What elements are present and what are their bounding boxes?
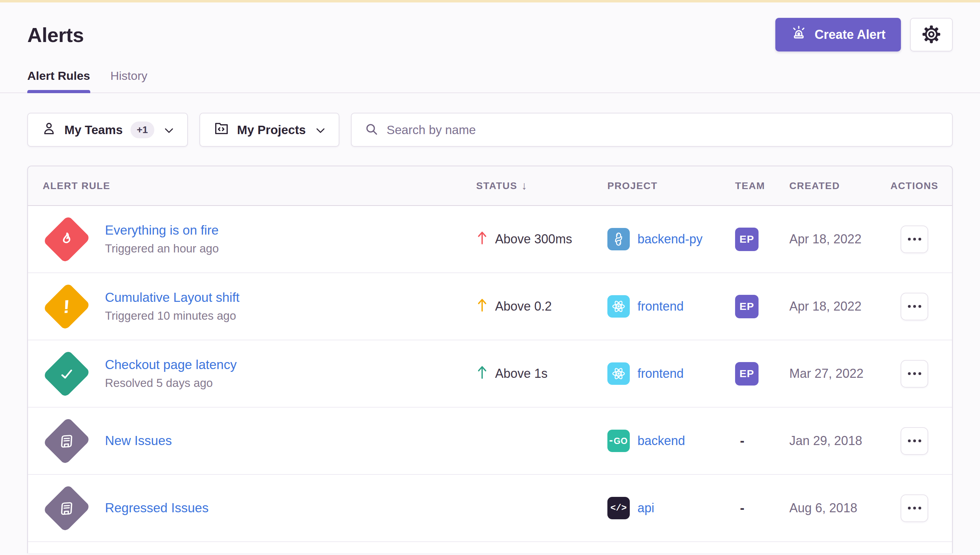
react-icon — [608, 295, 630, 318]
project-link[interactable]: frontend — [638, 299, 684, 314]
table-row: New Issues GO backend - Jan 29, 2018 — [28, 407, 952, 475]
warning-icon: ! — [40, 280, 93, 333]
project-link[interactable]: api — [638, 501, 654, 515]
tab-alert-rules[interactable]: Alert Rules — [27, 69, 90, 93]
page-title: Alerts — [27, 23, 84, 47]
created-date: Apr 18, 2022 — [775, 299, 877, 314]
alert-rules-table: ALERT RULE STATUS ↓ PROJECT TEAM CREATED… — [27, 166, 953, 553]
trend-up-icon — [476, 364, 488, 383]
go-icon: GO — [608, 430, 630, 452]
alert-rule-link[interactable]: Checkout page latency — [105, 358, 237, 372]
status-text: Above 300ms — [495, 232, 572, 247]
search-input[interactable] — [387, 123, 939, 137]
team-avatar[interactable]: EP — [735, 228, 759, 251]
project-link[interactable]: frontend — [638, 366, 684, 381]
gear-icon — [921, 24, 942, 45]
issues-icon — [40, 414, 93, 467]
status-text: Above 1s — [495, 366, 548, 381]
react-icon — [608, 363, 630, 385]
my-projects-filter[interactable]: My Projects — [200, 113, 339, 147]
fire-critical-icon — [40, 213, 93, 266]
resolved-check-icon — [40, 347, 93, 400]
top-accent-strip — [0, 0, 980, 2]
team-none: - — [735, 433, 745, 449]
col-team: TEAM — [721, 180, 775, 191]
my-teams-filter[interactable]: My Teams +1 — [27, 113, 188, 147]
create-alert-label: Create Alert — [815, 27, 886, 42]
alert-rule-link[interactable]: Regressed Issues — [105, 501, 208, 515]
row-actions-button[interactable] — [900, 494, 928, 522]
status-text: Above 0.2 — [495, 299, 552, 314]
filter-bar: My Teams +1 My Projects — [27, 113, 953, 147]
col-status-sort[interactable]: STATUS ↓ — [462, 179, 593, 192]
alert-rule-link[interactable]: Cumulative Layout shift — [105, 290, 240, 305]
chevron-down-icon — [164, 123, 174, 137]
page-header: Alerts Create Alert — [27, 18, 953, 51]
project-link[interactable]: backend-py — [638, 232, 703, 247]
team-none: - — [735, 501, 745, 516]
col-created: CREATED — [775, 180, 877, 191]
row-actions-button[interactable] — [900, 360, 928, 388]
issues-icon — [40, 481, 93, 535]
project-link[interactable]: backend — [638, 433, 685, 448]
row-actions-button[interactable] — [900, 226, 928, 253]
teams-extra-badge: +1 — [131, 122, 154, 138]
settings-button[interactable] — [910, 18, 953, 51]
col-alert-rule: ALERT RULE — [28, 180, 462, 191]
row-actions-button[interactable] — [900, 293, 928, 321]
row-actions-button[interactable] — [900, 427, 928, 455]
table-row-cutoff — [28, 542, 952, 553]
chevron-down-icon — [316, 123, 325, 137]
tab-history[interactable]: History — [110, 69, 148, 93]
siren-icon — [791, 25, 807, 45]
table-row: Everything is on fire Triggered an hour … — [28, 206, 952, 273]
python-icon — [608, 228, 630, 250]
created-date: Apr 18, 2022 — [775, 232, 877, 247]
trend-up-icon — [476, 230, 488, 249]
created-date: Jan 29, 2018 — [775, 433, 877, 448]
table-row: ! Cumulative Layout shift Triggered 10 m… — [28, 273, 952, 340]
alert-rule-subtext: Triggered an hour ago — [105, 242, 219, 255]
sort-desc-icon: ↓ — [521, 179, 528, 192]
team-avatar[interactable]: EP — [735, 295, 759, 318]
my-projects-label: My Projects — [237, 123, 306, 137]
table-header-row: ALERT RULE STATUS ↓ PROJECT TEAM CREATED… — [28, 166, 952, 206]
search-icon — [364, 122, 379, 138]
col-actions: ACTIONS — [877, 180, 952, 191]
alert-rule-link[interactable]: Everything is on fire — [105, 223, 219, 238]
person-icon — [41, 121, 57, 139]
table-row: Regressed Issues </> api - Aug 6, 2018 — [28, 475, 952, 542]
alert-rule-link[interactable]: New Issues — [105, 433, 172, 448]
tab-bar: Alert Rules History — [0, 69, 980, 93]
code-icon: </> — [608, 497, 630, 519]
created-date: Mar 27, 2022 — [775, 366, 877, 381]
my-teams-label: My Teams — [64, 123, 123, 137]
alert-rule-subtext: Triggered 10 minutes ago — [105, 309, 240, 322]
team-avatar[interactable]: EP — [735, 362, 759, 385]
create-alert-button[interactable]: Create Alert — [775, 18, 901, 51]
trend-up-icon — [476, 297, 488, 316]
created-date: Aug 6, 2018 — [775, 501, 877, 515]
folder-code-icon — [213, 120, 230, 140]
table-row: Checkout page latency Resolved 5 days ag… — [28, 340, 952, 407]
col-project: PROJECT — [593, 180, 721, 191]
search-container — [351, 113, 953, 147]
alert-rule-subtext: Resolved 5 days ago — [105, 377, 237, 390]
